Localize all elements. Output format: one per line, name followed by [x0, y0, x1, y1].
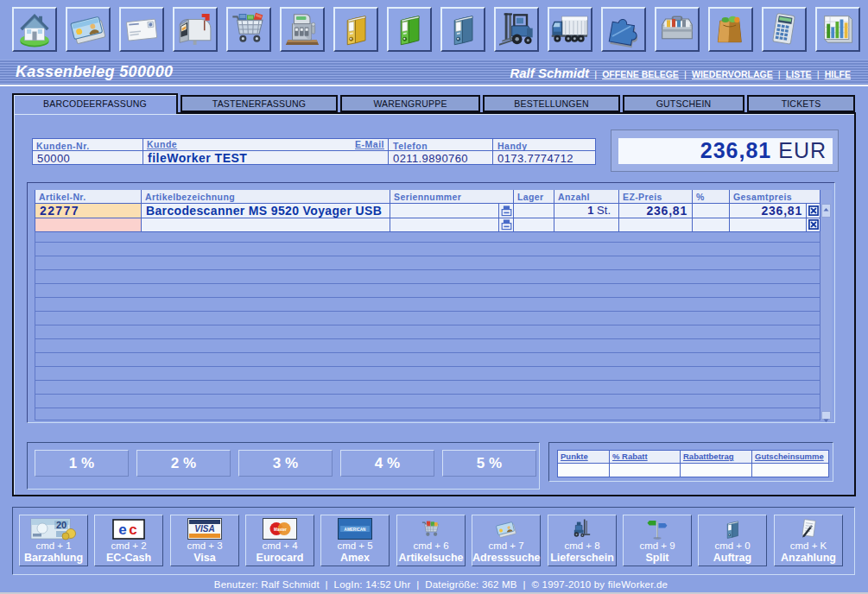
- svg-text:Master: Master: [274, 528, 287, 532]
- svg-text:e: e: [118, 521, 126, 538]
- svg-text:20: 20: [56, 520, 67, 530]
- svg-text:AMERICAN: AMERICAN: [345, 528, 366, 532]
- svg-text:VISA: VISA: [194, 524, 214, 534]
- svg-text:c: c: [129, 521, 136, 538]
